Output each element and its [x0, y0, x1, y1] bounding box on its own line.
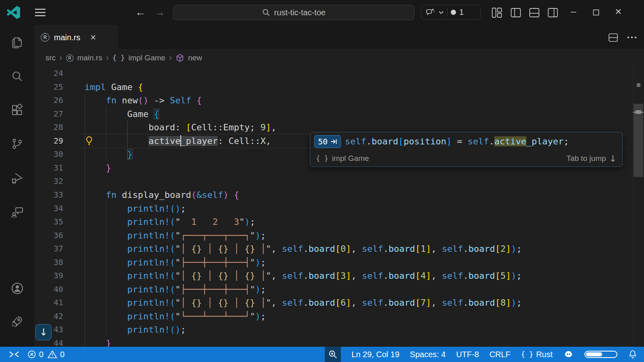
encoding-setting[interactable]: UTF-8 [456, 347, 479, 362]
menu-hamburger-icon[interactable] [35, 8, 46, 17]
warning-count: 0 [60, 350, 64, 359]
code-line-44[interactable]: 44 } [34, 337, 633, 347]
toggle-primary-sidebar-icon[interactable] [510, 7, 521, 18]
remote-indicator[interactable] [5, 347, 23, 362]
code-line-25[interactable]: 25impl Game { [34, 80, 633, 94]
explorer-icon[interactable] [11, 36, 23, 49]
split-editor-icon[interactable] [608, 33, 618, 43]
text-cursor [180, 135, 181, 146]
copilot-control[interactable]: 1 [421, 5, 481, 20]
customize-layout-icon[interactable] [491, 7, 502, 18]
eol-setting[interactable]: CRLF [489, 347, 510, 362]
down-arrow-icon: ↓ [609, 154, 617, 164]
code-line-24[interactable]: 24 [34, 67, 633, 80]
code-line-27[interactable]: 27 Game { [34, 107, 633, 121]
error-icon [27, 350, 36, 359]
code-line-42[interactable]: 42 println!("└───┴───┴───┘"); [34, 310, 633, 323]
progress-pill [584, 351, 617, 358]
breadcrumb: src › R main.rs › { } impl Game › new [34, 50, 644, 66]
search-value: rust-tic-tac-toe [274, 8, 326, 17]
code-line-39[interactable]: 39 println!("│ {} │ {} │ {} │", self.boa… [34, 269, 633, 283]
window-minimize-button[interactable]: – [571, 6, 576, 17]
language-mode[interactable]: { } Rust [521, 347, 553, 362]
line-number: 32 [34, 175, 63, 188]
lightbulb-icon[interactable] [84, 136, 94, 146]
rocket-icon[interactable] [11, 315, 24, 328]
notifications-bell[interactable] [628, 347, 638, 362]
vertical-scrollbar[interactable] [634, 104, 643, 177]
line-number: 24 [34, 67, 63, 80]
source-control-icon[interactable] [11, 138, 23, 150]
breadcrumb-new[interactable]: new [188, 53, 202, 62]
line-number: 40 [34, 283, 63, 296]
line-number: 38 [34, 256, 63, 269]
chevron-down-icon[interactable] [438, 10, 444, 14]
toggle-panel-icon[interactable] [529, 7, 540, 18]
error-count: 0 [39, 350, 43, 359]
search-icon [262, 8, 270, 16]
breadcrumb-src[interactable]: src [45, 53, 56, 62]
line-number: 42 [34, 310, 63, 323]
status-bar: 0 0 Ln 29, Col 19 Spaces: 4 UTF-8 CRLF {… [0, 347, 644, 362]
status-dot-icon [451, 10, 456, 15]
line-number: 39 [34, 269, 63, 283]
code-line-37[interactable]: 37 println!("│ {} │ {} │ {} │", self.boa… [34, 242, 633, 256]
line-number: 26 [34, 94, 63, 107]
rust-file-icon: R [66, 54, 74, 62]
account-icon[interactable] [11, 282, 24, 295]
window-close-button[interactable]: × [615, 5, 621, 18]
suggested-code: self.board[position] = self.active_playe… [345, 136, 569, 148]
overview-ruler-cursor-mark [636, 110, 641, 114]
pill-divider [447, 8, 448, 17]
breadcrumb-main-rs[interactable]: main.rs [77, 53, 102, 62]
search-sidebar-icon[interactable] [11, 70, 23, 82]
inline-edit-suggestion-popup[interactable]: 50 self.board[position] = self.active_pl… [310, 132, 623, 167]
line-number: 31 [34, 161, 63, 175]
cursor-position[interactable]: Ln 29, Col 19 [351, 347, 399, 362]
code-line-34[interactable]: 34 println!(); [34, 202, 633, 216]
indentation-setting[interactable]: Spaces: 4 [410, 347, 446, 362]
go-back-button[interactable]: ← [135, 6, 146, 18]
code-line-40[interactable]: 40 println!("├───┼───┼───┤"); [34, 283, 633, 296]
namespace-icon: { } [112, 54, 125, 62]
breadcrumb-impl-game[interactable]: impl Game [128, 53, 165, 62]
problems-errors[interactable]: 0 [27, 347, 43, 362]
inline-edit-jump-target[interactable]: ↓ [35, 324, 52, 340]
line-number: 25 [34, 80, 63, 94]
title-bar: ← → rust-tic-tac-toe 1 – × [0, 0, 644, 25]
run-and-debug-icon[interactable] [11, 172, 23, 184]
copilot-status-icon[interactable] [563, 347, 574, 362]
activity-bar [0, 25, 35, 347]
zoom-indicator[interactable] [325, 347, 341, 362]
code-editor[interactable]: 2425impl Game {26 fn new() -> Self {27 G… [34, 66, 644, 347]
copilot-count-badge: 1 [459, 8, 464, 17]
code-line-26[interactable]: 26 fn new() -> Self { [34, 94, 633, 107]
problems-warnings[interactable]: 0 [47, 347, 64, 362]
window-maximize-button[interactable] [593, 9, 599, 16]
breadcrumb-separator: › [59, 53, 62, 63]
tab-main-rs[interactable]: R main.rs × [34, 25, 118, 50]
go-forward-button[interactable]: → [155, 6, 165, 18]
code-line-38[interactable]: 38 println!("├───┼───┼───┤"); [34, 256, 633, 269]
namespace-icon: { } [316, 154, 328, 162]
editor-group: R main.rs × src › R main.rs › { } impl G… [34, 25, 644, 347]
code-line-33[interactable]: 33 fn display_board(&self) { [34, 188, 633, 202]
braces-icon: { } [521, 350, 533, 358]
rust-file-icon: R [41, 33, 50, 42]
method-cube-icon [175, 53, 184, 62]
more-actions-icon[interactable] [627, 36, 637, 39]
chat-icon[interactable] [11, 206, 24, 219]
code-line-41[interactable]: 41 println!("│ {} │ {} │ {} │", self.boa… [34, 296, 633, 310]
language-label: Rust [536, 350, 553, 359]
toggle-secondary-sidebar-icon[interactable] [547, 7, 558, 18]
code-line-36[interactable]: 36 println!("┌───┬───┬───┐"); [34, 229, 633, 243]
tab-label: main.rs [54, 33, 80, 42]
command-center-search[interactable]: rust-tic-tac-toe [173, 5, 415, 20]
code-line-43[interactable]: 43 println!(); [34, 323, 633, 337]
jump-line-badge: 50 [314, 135, 341, 148]
extensions-icon[interactable] [11, 104, 23, 116]
suggestion-context-label: impl Game [332, 154, 369, 163]
code-line-32[interactable]: 32 [34, 175, 633, 188]
code-line-35[interactable]: 35 println!(" 1 2 3"); [34, 215, 633, 229]
tab-close-icon[interactable]: × [91, 32, 96, 43]
